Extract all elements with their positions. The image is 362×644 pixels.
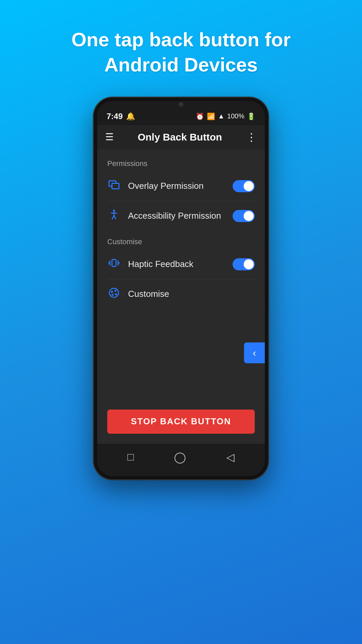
signal-icon: ▲	[218, 112, 225, 120]
nav-bar: □ ◯ ◁	[97, 444, 265, 471]
permissions-section-header: Permissions	[97, 153, 265, 171]
svg-line-5	[112, 216, 114, 219]
nav-back-icon[interactable]: ◁	[226, 451, 235, 464]
wifi-icon: 📶	[207, 112, 215, 120]
spacer	[97, 309, 265, 403]
overlay-label: Overlay Permission	[128, 181, 203, 191]
stop-button-area: STOP BACK BUTTON	[97, 403, 265, 440]
app-bar-title: Only Back Button	[138, 131, 222, 143]
svg-point-13	[111, 291, 113, 293]
overlay-permission-row: Overlay Permission	[97, 171, 265, 201]
app-content: Permissions Overlay Permission	[97, 149, 265, 444]
headline-line1: One tap back button for	[71, 29, 291, 50]
svg-point-2	[113, 210, 115, 212]
svg-rect-7	[112, 259, 116, 266]
customise-section-header: Customise	[97, 231, 265, 250]
camera-dot	[179, 102, 183, 107]
app-bar: ☰ Only Back Button ⋮	[97, 125, 265, 149]
accessibility-permission-row: Accessibility Permission	[97, 201, 265, 231]
haptic-icon	[107, 257, 121, 272]
battery-text: 100%	[227, 112, 244, 120]
alarm-icon: ⏰	[196, 112, 204, 120]
phone-notch	[97, 101, 265, 108]
customise-setting-left: Customise	[107, 287, 169, 302]
notification-icon: 🔔	[126, 112, 135, 121]
overlay-setting-left: Overlay Permission	[107, 179, 203, 194]
more-options-icon[interactable]: ⋮	[246, 131, 257, 144]
battery-icon: 🔋	[247, 112, 255, 120]
accessibility-label: Accessibility Permission	[128, 211, 221, 221]
headline-line2: Android Devices	[104, 54, 258, 75]
nav-square-icon[interactable]: □	[127, 451, 134, 463]
status-time: 7:49	[107, 112, 123, 121]
phone-bottom	[97, 471, 265, 476]
status-bar: 7:49 🔔 ⏰ 📶 ▲ 100% 🔋	[97, 108, 265, 125]
nav-circle-icon[interactable]: ◯	[174, 451, 186, 464]
haptic-setting-left: Haptic Feedback	[107, 257, 193, 272]
customise-icon	[107, 287, 121, 302]
hamburger-menu-icon[interactable]: ☰	[105, 131, 114, 143]
headline-area: One tap back button for Android Devices	[51, 0, 311, 77]
haptic-toggle[interactable]	[233, 258, 255, 270]
accessibility-icon	[107, 209, 121, 223]
svg-point-15	[115, 293, 117, 295]
accessibility-toggle[interactable]	[233, 210, 255, 222]
status-left: 7:49 🔔	[107, 112, 135, 121]
customise-label: Customise	[128, 289, 169, 299]
svg-rect-1	[112, 183, 119, 189]
overlay-toggle[interactable]	[233, 180, 255, 192]
svg-point-12	[110, 288, 119, 297]
customise-row[interactable]: Customise	[97, 279, 265, 309]
haptic-label: Haptic Feedback	[128, 259, 193, 269]
svg-point-16	[112, 294, 114, 296]
accessibility-setting-left: Accessibility Permission	[107, 209, 221, 223]
phone-frame: 7:49 🔔 ⏰ 📶 ▲ 100% 🔋 ☰ Only Back Button ⋮…	[94, 98, 268, 479]
svg-point-14	[115, 290, 117, 292]
back-chevron-icon: ‹	[253, 347, 256, 359]
stop-back-button[interactable]: STOP BACK BUTTON	[107, 410, 255, 434]
floating-back-button[interactable]: ‹	[244, 342, 265, 363]
overlay-icon	[107, 179, 121, 194]
status-right: ⏰ 📶 ▲ 100% 🔋	[196, 112, 255, 120]
haptic-feedback-row: Haptic Feedback	[97, 250, 265, 279]
svg-line-6	[114, 216, 116, 219]
